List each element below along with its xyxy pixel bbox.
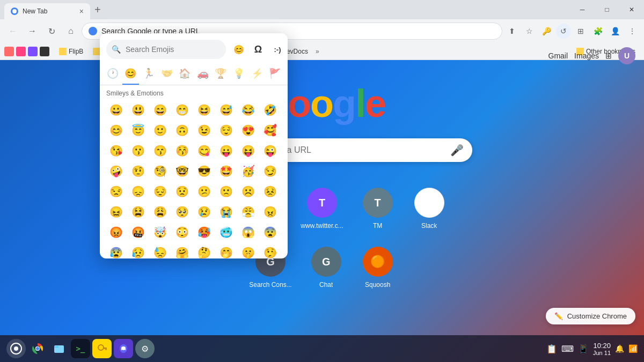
emoji-cell[interactable]: 😙 [150,141,170,160]
emoji-cat-travel[interactable]: 🚗 [194,63,211,85]
emoji-cell[interactable]: 🤯 [150,223,170,242]
emoji-cell[interactable]: 🤥 [260,243,280,258]
shortcut-slack[interactable]: ✦ Slack [408,183,451,234]
emoji-cell[interactable]: 🤗 [172,243,192,258]
emoji-cell[interactable]: 😃 [128,100,148,120]
close-button[interactable]: ✕ [619,0,644,19]
emoji-text-btn[interactable]: :-) [269,41,286,58]
emoji-cell[interactable]: 😗 [128,141,148,160]
home-button[interactable]: ⌂ [62,23,79,40]
emoji-cell[interactable]: 😋 [194,141,214,160]
taskbar-notification-icon[interactable]: 🔔 [615,344,624,353]
taskbar-terminal-button[interactable]: >_ [71,339,90,358]
emoji-cell[interactable]: 😫 [128,202,148,221]
extensions-button[interactable]: 🧩 [590,24,605,39]
refresh-button[interactable]: ↻ [43,23,60,40]
emoji-cell[interactable]: ☹️ [238,182,258,201]
taskbar-phone-icon[interactable]: 📱 [578,344,589,354]
profile-button[interactable]: 👤 [608,24,623,39]
shortcut-squoosh[interactable]: 🟠 Squoosh [356,242,399,293]
emoji-cell[interactable]: 😎 [194,161,214,181]
share-button[interactable]: ⬆ [504,24,519,39]
emoji-cell[interactable]: 🤫 [238,243,258,258]
shortcut-twitter[interactable]: T www.twitter.c... [296,183,347,234]
bookmark-flipb[interactable]: FlipB [55,46,87,57]
gmail-link[interactable]: Gmail [548,51,568,60]
taskbar-mastodon-button[interactable] [114,339,133,358]
active-tab[interactable]: New Tab × [4,3,90,19]
emoji-cell[interactable]: 😅 [216,100,236,120]
emoji-cat-gestures[interactable]: 🤝 [158,63,175,85]
emoji-cell[interactable]: 😛 [216,141,236,160]
emoji-cell[interactable]: 😆 [194,100,214,120]
emoji-cell[interactable]: 😠 [260,202,280,221]
emoji-cell[interactable]: 🥵 [194,223,214,242]
taskbar-chrome-button[interactable] [28,339,47,358]
emoji-cell[interactable]: 🤨 [128,161,148,181]
minimize-button[interactable]: ─ [570,0,595,19]
emoji-cell[interactable]: 😢 [194,202,214,221]
emoji-cell[interactable]: 🤣 [260,100,280,120]
emoji-cell[interactable]: 😱 [238,223,258,242]
emoji-cat-people[interactable]: 🏃 [140,63,157,85]
emoji-cell[interactable]: 😍 [238,121,258,140]
taskbar-settings-button[interactable]: ⚙ [135,339,155,358]
emoji-cell[interactable]: 😀 [106,100,126,120]
emoji-cell[interactable]: 😞 [128,182,148,201]
emoji-cell[interactable]: 😄 [150,100,170,120]
emoji-cell[interactable]: 😓 [150,243,170,258]
emoji-cat-recent[interactable]: 🕐 [104,63,121,85]
emoji-cell[interactable]: 🧐 [150,161,170,181]
emoji-cell[interactable]: 🤭 [216,243,236,258]
emoji-cell[interactable]: 😩 [150,202,170,221]
taskbar-files-button[interactable] [49,339,69,358]
taskbar-key-button[interactable] [92,339,112,358]
tab-close-button[interactable]: × [79,7,84,16]
emoji-cell[interactable]: 🥺 [172,202,192,221]
emoji-cell[interactable]: 😕 [194,182,214,201]
taskbar-keyboard-icon[interactable]: ⌨ [561,344,574,354]
new-tab-button[interactable]: + [90,4,105,16]
emoji-cat-smileys[interactable]: 😊 [122,63,140,85]
emoji-cell[interactable]: 🤔 [194,243,214,258]
emoji-cat-flags[interactable]: 🚩 [266,63,283,85]
emoji-cell[interactable]: 😔 [150,182,170,201]
emoji-omega-btn[interactable]: Ω [250,41,267,58]
emoji-search-input[interactable] [106,40,226,59]
emoji-cat-misc[interactable]: ⚡ [248,63,266,85]
emoji-cell[interactable]: 😁 [172,100,192,120]
emoji-cell[interactable]: 😝 [238,141,258,160]
customize-chrome-button[interactable]: ✏️ Customize Chrome [546,308,635,324]
emoji-cell[interactable]: 😚 [172,141,192,160]
emoji-cell[interactable]: 😡 [106,223,126,242]
maximize-button[interactable]: □ [595,0,619,19]
emoji-cell[interactable]: 🥰 [260,121,280,140]
extension2-button[interactable]: ⊞ [573,24,588,39]
more-button[interactable]: ⋮ [625,24,640,39]
extension1-button[interactable]: ↺ [556,24,571,39]
emoji-cell[interactable]: 🤩 [216,161,236,181]
forward-button[interactable]: → [24,23,41,40]
images-link[interactable]: Images [574,51,599,60]
emoji-cell[interactable]: 😭 [216,202,236,221]
taskbar-clipboard-icon[interactable]: 📋 [546,344,557,354]
emoji-cell[interactable]: 😜 [260,141,280,160]
mic-button[interactable]: 🎤 [450,144,464,157]
emoji-cell[interactable]: 😘 [106,141,126,160]
emoji-cell[interactable]: 😒 [106,182,126,201]
shortcut-chat[interactable]: G Chat [305,242,348,293]
emoji-cell[interactable]: 😨 [260,223,280,242]
emoji-cell[interactable]: 😰 [106,243,126,258]
emoji-cell[interactable]: 😏 [260,161,280,181]
taskbar-wifi-icon[interactable]: 📶 [628,344,638,353]
emoji-cell[interactable]: 😟 [172,182,192,201]
emoji-cell[interactable]: 😤 [238,202,258,221]
emoji-cell[interactable]: 😇 [128,121,148,140]
emoji-cell[interactable]: 🤬 [128,223,148,242]
emoji-cell[interactable]: 😌 [216,121,236,140]
emoji-cell[interactable]: 😳 [172,223,192,242]
emoji-cell[interactable]: 🥳 [238,161,258,181]
emoji-cell[interactable]: 🤓 [172,161,192,181]
taskbar-chromeos-button[interactable] [6,339,26,358]
apps-button[interactable]: ⊞ [605,51,612,60]
